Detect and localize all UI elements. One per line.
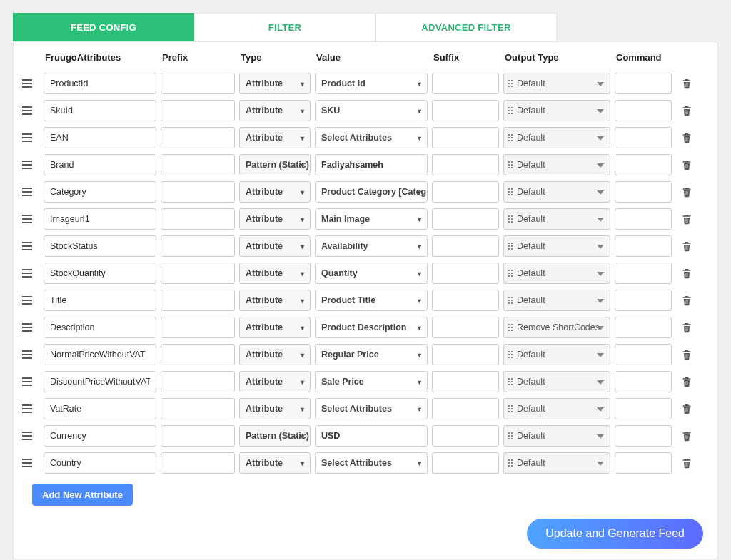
delete-row-button[interactable] [676,403,697,414]
output-type-select[interactable]: Default [503,263,610,284]
suffix-input[interactable] [432,208,499,230]
drag-handle-icon[interactable] [18,429,39,443]
output-type-select[interactable]: Remove ShortCodes [503,317,610,338]
delete-row-button[interactable] [676,457,697,469]
value-select[interactable]: Main Image▾ [315,208,428,230]
suffix-input[interactable] [432,73,499,94]
output-type-select[interactable]: Default [503,344,610,365]
prefix-input[interactable] [161,208,235,230]
command-input[interactable] [615,317,672,338]
prefix-input[interactable] [161,181,235,203]
prefix-input[interactable] [161,425,235,447]
prefix-input[interactable] [161,398,235,419]
drag-handle-icon[interactable] [18,266,39,280]
command-input[interactable] [615,398,672,419]
suffix-input[interactable] [432,317,499,338]
attribute-name-input[interactable] [44,73,156,94]
suffix-input[interactable] [432,181,499,203]
output-type-select[interactable]: Default [503,452,610,474]
value-select[interactable]: Product Title▾ [315,290,428,311]
command-input[interactable] [615,73,672,94]
value-select[interactable]: Regular Price▾ [315,344,428,365]
value-select[interactable]: Select Attributes▾ [315,398,428,419]
attribute-name-input[interactable] [44,263,156,284]
value-select[interactable]: Product Id▾ [315,73,428,94]
command-input[interactable] [615,452,672,474]
delete-row-button[interactable] [676,322,697,333]
suffix-input[interactable] [432,127,499,148]
drag-handle-icon[interactable] [18,131,39,145]
add-attribute-button[interactable]: Add New Attribute [32,484,133,506]
attribute-name-input[interactable] [44,425,156,447]
prefix-input[interactable] [161,344,235,365]
attribute-name-input[interactable] [44,317,156,338]
delete-row-button[interactable] [676,240,697,252]
delete-row-button[interactable] [676,213,697,225]
prefix-input[interactable] [161,154,235,175]
suffix-input[interactable] [432,344,499,365]
attribute-name-input[interactable] [44,371,156,392]
output-type-select[interactable]: Default [503,425,610,447]
delete-row-button[interactable] [676,159,697,170]
drag-handle-icon[interactable] [18,347,39,362]
drag-handle-icon[interactable] [18,103,39,118]
command-input[interactable] [615,181,672,203]
type-select[interactable]: Attribute▾ [239,127,311,148]
suffix-input[interactable] [432,452,499,474]
delete-row-button[interactable] [676,268,697,279]
value-select[interactable]: Product Category [Category]▾ [315,181,428,203]
suffix-input[interactable] [432,154,499,175]
command-input[interactable] [615,263,672,284]
delete-row-button[interactable] [676,105,697,116]
delete-row-button[interactable] [676,349,697,360]
suffix-input[interactable] [432,425,499,447]
command-input[interactable] [615,100,672,121]
command-input[interactable] [615,235,672,257]
drag-handle-icon[interactable] [18,375,39,389]
value-select[interactable]: Product Description▾ [315,317,428,338]
type-select[interactable]: Attribute▾ [239,371,311,392]
attribute-name-input[interactable] [44,452,156,474]
update-generate-button[interactable]: Update and Generate Feed [527,519,703,549]
drag-handle-icon[interactable] [18,293,39,307]
suffix-input[interactable] [432,235,499,257]
command-input[interactable] [615,127,672,148]
output-type-select[interactable]: Default [503,371,610,392]
prefix-input[interactable] [161,100,235,121]
suffix-input[interactable] [432,371,499,392]
suffix-input[interactable] [432,263,499,284]
attribute-name-input[interactable] [44,344,156,365]
delete-row-button[interactable] [676,430,697,442]
suffix-input[interactable] [432,398,499,419]
value-select[interactable]: SKU▾ [315,100,428,121]
delete-row-button[interactable] [676,132,697,143]
command-input[interactable] [615,344,672,365]
drag-handle-icon[interactable] [18,212,39,226]
output-type-select[interactable]: Default [503,235,610,257]
type-select[interactable]: Attribute▾ [239,317,311,338]
delete-row-button[interactable] [676,78,697,89]
output-type-select[interactable]: Default [503,398,610,419]
prefix-input[interactable] [161,452,235,474]
value-select[interactable]: Availability▾ [315,235,428,257]
drag-handle-icon[interactable] [18,320,39,335]
value-input[interactable] [315,154,428,175]
drag-handle-icon[interactable] [18,76,39,91]
drag-handle-icon[interactable] [18,185,39,199]
output-type-select[interactable]: Default [503,181,610,203]
drag-handle-icon[interactable] [18,158,39,172]
tab-advanced-filter[interactable]: ADVANCED FILTER [375,13,557,41]
attribute-name-input[interactable] [44,235,156,257]
attribute-name-input[interactable] [44,290,156,311]
attribute-name-input[interactable] [44,100,156,121]
attribute-name-input[interactable] [44,154,156,175]
value-select[interactable]: Sale Price▾ [315,371,428,392]
type-select[interactable]: Pattern (Static)▾ [239,154,311,175]
tab-feed-config[interactable]: FEED CONFIG [13,13,194,41]
command-input[interactable] [615,154,672,175]
attribute-name-input[interactable] [44,208,156,230]
value-input[interactable] [315,425,428,447]
delete-row-button[interactable] [676,186,697,198]
suffix-input[interactable] [432,290,499,311]
output-type-select[interactable]: Default [503,73,610,94]
